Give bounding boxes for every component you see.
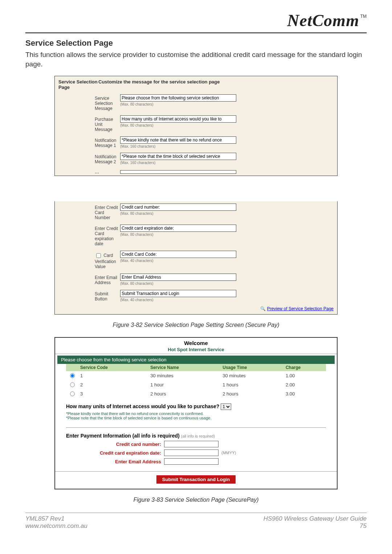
radio-service-2[interactable]	[70, 382, 75, 387]
col-usage-time: Usage Time	[220, 364, 283, 371]
preview-link[interactable]: Preview of Service Selection Page	[267, 306, 334, 311]
footer-guide-title: HS960 Wireless Gateway User Guide	[264, 515, 367, 522]
hint-text: (Max. 80 characters)	[120, 282, 334, 286]
selection-prompt: Please choose from the following service…	[57, 356, 335, 364]
label-preview-ccnum: Credit card number:	[66, 442, 164, 447]
hint-text: (Max. 80 characters)	[120, 123, 334, 127]
hint-text: (Max. 40 characters)	[120, 259, 334, 263]
service-selection-preview: Welcome Hot Spot Internet Service Please…	[54, 337, 338, 489]
footer-doc-rev: YML857 Rev1	[25, 515, 87, 522]
note-2: *Please note that the time block of sele…	[66, 416, 326, 420]
footer-page-number: 75	[264, 522, 367, 530]
col-charge: Charge	[283, 364, 326, 371]
service-table: Service Code Service Name Usage Time Cha…	[66, 364, 326, 398]
intro-text: This function allows the service provide…	[25, 50, 367, 69]
figure-caption-1: Figure 3-82 Service Selection Page Setti…	[25, 322, 367, 328]
input-service-selection-message[interactable]	[120, 94, 236, 102]
footer-url: www.netcomm.com.au	[25, 522, 87, 530]
table-row: 1 30 minutes 30 minutes 1.00	[66, 371, 326, 380]
hint-text: (Max. 160 characters)	[120, 161, 334, 165]
welcome-title: Welcome	[55, 338, 337, 347]
col-service-name: Service Name	[148, 364, 220, 371]
input-truncated[interactable]	[120, 170, 236, 174]
trademark-icon: TM	[360, 14, 367, 19]
label-purchase-unit-message: Purchase Unit Message	[58, 115, 120, 132]
input-cc-exp-label[interactable]	[120, 225, 236, 232]
magnifier-icon: 🔍	[260, 306, 266, 311]
label-preview-ccexp: Credit card expiration date:	[66, 450, 164, 456]
label-cc-number: Enter Credit Card Number	[58, 204, 120, 220]
label-truncated: ⋯	[58, 169, 120, 176]
label-cc-exp: Enter Credit Card expiration date	[58, 225, 120, 246]
mmyy-hint: (MMYY)	[221, 451, 236, 455]
input-purchase-unit-message[interactable]	[120, 115, 236, 123]
payment-info-heading: Enter Payment Information (all info is r…	[66, 433, 180, 439]
welcome-subtitle: Hot Spot Internet Service	[55, 347, 337, 354]
units-select[interactable]: 1	[221, 403, 231, 410]
hint-text: (Max. 160 characters)	[120, 144, 334, 148]
hint-text: (Max. 80 characters)	[120, 233, 334, 237]
label-email: Enter Email Address	[58, 274, 120, 286]
input-preview-ccnum[interactable]	[164, 441, 219, 447]
page-header: NetComm TM	[25, 11, 367, 33]
input-submit-label[interactable]	[120, 290, 236, 297]
panel-heading-left: Service Selection Page	[58, 79, 98, 90]
input-cc-number-label[interactable]	[120, 204, 236, 211]
input-notification-1[interactable]	[120, 136, 236, 144]
label-cvv: Card Verification Value	[58, 251, 120, 269]
col-service-code: Service Code	[78, 364, 148, 371]
label-submit-button: Submit Button	[58, 290, 120, 302]
submit-button[interactable]: Submit Transaction and Login	[156, 475, 236, 484]
table-row: 2 1 hour 1 hours 2.00	[66, 380, 326, 389]
figure-caption-2: Figure 3-83 Service Selection Page (Secu…	[25, 497, 367, 503]
panel-heading-right: Customize the message for the service se…	[98, 79, 334, 90]
label-service-selection-message: Service Selection Message	[58, 94, 120, 111]
checkbox-cvv-enable[interactable]	[96, 253, 101, 258]
purchase-question: How many units of Internet access would …	[66, 403, 219, 409]
radio-service-1[interactable]	[70, 373, 75, 378]
payment-info-sub: (all info is required)	[181, 434, 215, 438]
input-notification-2[interactable]	[120, 153, 236, 160]
label-preview-email: Enter Email Address	[66, 459, 164, 464]
hint-text: (Max. 80 characters)	[120, 102, 334, 106]
input-email-label[interactable]	[120, 274, 236, 281]
label-notification-2: Notification Message 2	[58, 153, 120, 165]
input-preview-ccexp[interactable]	[164, 450, 219, 456]
input-preview-email[interactable]	[164, 458, 219, 465]
section-title: Service Selection Page	[25, 38, 367, 48]
page-footer: YML857 Rev1 www.netcomm.com.au HS960 Wir…	[25, 513, 367, 530]
settings-panel-messages: Service Selection Page Customize the mes…	[54, 76, 338, 176]
label-notification-1: Notification Message 1	[58, 136, 120, 148]
hint-text: (Max. 80 characters)	[120, 212, 334, 216]
radio-service-3[interactable]	[70, 391, 75, 396]
brand-logo: NetComm	[287, 11, 359, 30]
note-1: *Please kindly note that there will be n…	[66, 411, 326, 416]
table-row: 3 2 hours 2 hours 3.00	[66, 389, 326, 398]
input-cvv-label[interactable]	[120, 251, 236, 258]
settings-panel-payment: Enter Credit Card Number (Max. 80 charac…	[54, 201, 338, 315]
hint-text: (Max. 40 characters)	[120, 298, 334, 302]
